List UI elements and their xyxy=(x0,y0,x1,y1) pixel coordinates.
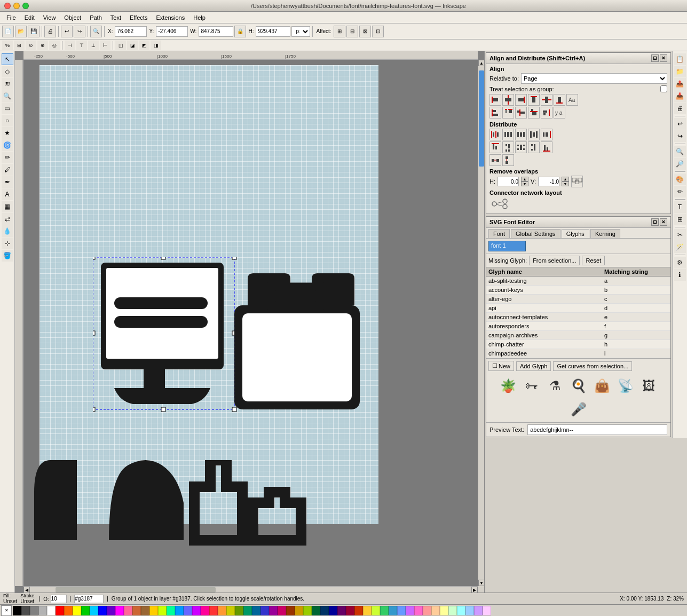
canvas-area[interactable]: -250 -500 |500 |1000 |1500 |1750 xyxy=(15,51,484,593)
color-swatch[interactable] xyxy=(372,606,380,615)
menu-path[interactable]: Path xyxy=(85,13,106,22)
color-swatch[interactable] xyxy=(73,606,81,615)
color-swatch[interactable] xyxy=(406,606,414,615)
rtool-export[interactable]: 📤 xyxy=(674,78,686,90)
x-input[interactable] xyxy=(115,26,147,37)
color-swatch[interactable] xyxy=(167,606,175,615)
snap-btn8[interactable]: ⊥ xyxy=(88,41,99,50)
pen-tool[interactable]: 🖊 xyxy=(2,164,13,176)
select-tool[interactable]: ↖ xyxy=(2,53,13,65)
save-btn[interactable]: 💾 xyxy=(28,26,40,37)
color-swatch[interactable] xyxy=(423,606,431,615)
align-center-h[interactable] xyxy=(502,94,514,106)
color-swatch[interactable] xyxy=(346,606,354,615)
menu-view[interactable]: View xyxy=(39,13,60,22)
add-glyph-btn[interactable]: Add Glyph xyxy=(516,361,551,371)
snap-btn9[interactable]: ⊢ xyxy=(100,41,110,50)
v-spin-up[interactable]: ▲ xyxy=(562,177,569,181)
unit-select[interactable]: px xyxy=(291,26,310,37)
dist-btn12[interactable] xyxy=(502,154,514,166)
color-swatch[interactable] xyxy=(363,606,372,615)
panel-detach[interactable]: ⊡ xyxy=(651,54,659,62)
vscroll-down[interactable]: ▼ xyxy=(478,580,484,586)
preview-text-input[interactable] xyxy=(527,424,667,435)
maximize-button[interactable] xyxy=(22,3,29,9)
snap-btn13[interactable]: ◨ xyxy=(151,41,161,50)
dist-btn6[interactable] xyxy=(489,141,501,153)
color-swatch[interactable] xyxy=(312,606,320,615)
color-swatch[interactable] xyxy=(56,606,64,615)
align-top[interactable] xyxy=(528,94,540,106)
h-overlap-input[interactable] xyxy=(498,177,519,186)
rtool-text[interactable]: T xyxy=(674,201,686,213)
rtool-grid[interactable]: ⊞ xyxy=(674,214,686,225)
font-panel-detach[interactable]: ⊡ xyxy=(651,218,659,226)
color-swatch[interactable] xyxy=(132,606,141,615)
spiral-tool[interactable]: 🌀 xyxy=(2,139,13,151)
remove-overlaps-btn[interactable] xyxy=(571,176,583,187)
redo-btn[interactable]: ↪ xyxy=(74,26,85,37)
font-panel-close[interactable]: ✕ xyxy=(660,218,667,226)
align-left[interactable] xyxy=(489,94,501,106)
color-swatch[interactable] xyxy=(414,606,423,615)
font-name-box[interactable]: font 1 xyxy=(488,241,526,251)
rtool-info[interactable]: ℹ xyxy=(674,269,686,281)
y-input[interactable] xyxy=(156,26,188,37)
dist-btn9[interactable] xyxy=(528,141,540,153)
glyph-row[interactable]: ab-split-testinga xyxy=(486,277,670,286)
align-btn-r2-6[interactable]: y a xyxy=(554,107,565,119)
align-center-v[interactable] xyxy=(541,94,552,106)
snap-btn5[interactable]: ◎ xyxy=(49,41,60,50)
opacity-input[interactable] xyxy=(51,595,67,603)
minimize-button[interactable] xyxy=(13,3,20,9)
open-btn[interactable]: 📂 xyxy=(15,26,27,37)
hscroll[interactable]: ◀ ▶ xyxy=(23,586,478,593)
lock-btn[interactable]: 🔒 xyxy=(234,26,246,37)
rtool-fill[interactable]: 🎨 xyxy=(674,173,686,185)
dist-btn2[interactable] xyxy=(502,129,514,140)
color-swatch[interactable] xyxy=(448,606,457,615)
menu-file[interactable]: File xyxy=(2,13,20,22)
color-swatch[interactable] xyxy=(269,606,278,615)
glyph-row[interactable]: apid xyxy=(486,304,670,313)
color-swatch[interactable] xyxy=(380,606,389,615)
affect-btn2[interactable]: ⊟ xyxy=(346,26,358,37)
color-swatch[interactable] xyxy=(226,606,235,615)
glyph-row[interactable]: campaign-archivesg xyxy=(486,331,670,340)
hscroll-right[interactable]: ▶ xyxy=(471,587,478,593)
from-selection-btn[interactable]: From selection... xyxy=(529,256,580,265)
no-color-swatch[interactable]: ✕ xyxy=(1,605,12,616)
color-swatch[interactable] xyxy=(337,606,346,615)
tab-glyphs[interactable]: Glyphs xyxy=(562,229,589,238)
affect-btn1[interactable]: ⊞ xyxy=(334,26,345,37)
color-swatch[interactable] xyxy=(320,606,329,615)
new-glyph-btn[interactable]: ☐ New xyxy=(488,361,514,371)
dist-btn1[interactable] xyxy=(489,129,501,140)
dist-btn7[interactable] xyxy=(502,141,514,153)
snap-btn10[interactable]: ◫ xyxy=(115,41,126,50)
color-swatch[interactable] xyxy=(175,606,184,615)
dist-btn8[interactable] xyxy=(515,141,527,153)
vscroll-thumb[interactable] xyxy=(479,70,484,167)
snap-btn12[interactable]: ◩ xyxy=(139,41,149,50)
color-swatch[interactable] xyxy=(354,606,363,615)
star-tool[interactable]: ★ xyxy=(2,127,13,139)
h-spin-down[interactable]: ▼ xyxy=(521,181,528,186)
snap-btn3[interactable]: ⊙ xyxy=(26,41,36,50)
h-input[interactable] xyxy=(256,26,290,37)
zoom-tool[interactable]: 🔍 xyxy=(2,90,13,102)
tab-global-settings[interactable]: Global Settings xyxy=(511,229,560,238)
glyph-row[interactable]: chimpadeedeei xyxy=(486,349,670,358)
new-btn[interactable]: 📄 xyxy=(2,26,14,37)
canvas-viewport[interactable] xyxy=(23,60,478,586)
undo-btn[interactable]: ↩ xyxy=(61,26,73,37)
color-swatch[interactable] xyxy=(141,606,149,615)
vscroll[interactable]: ▲ ▼ xyxy=(478,60,484,586)
rtool-settings[interactable]: ⚙ xyxy=(674,257,686,268)
gradient-tool[interactable]: ▦ xyxy=(2,201,13,212)
treat-group-checkbox[interactable] xyxy=(660,85,667,92)
rtool-zoom[interactable]: 🔍 xyxy=(674,146,686,157)
callig-tool[interactable]: ✒ xyxy=(2,176,13,188)
align-bottom[interactable] xyxy=(554,94,565,106)
glyph-row[interactable]: autorespondersf xyxy=(486,322,670,331)
